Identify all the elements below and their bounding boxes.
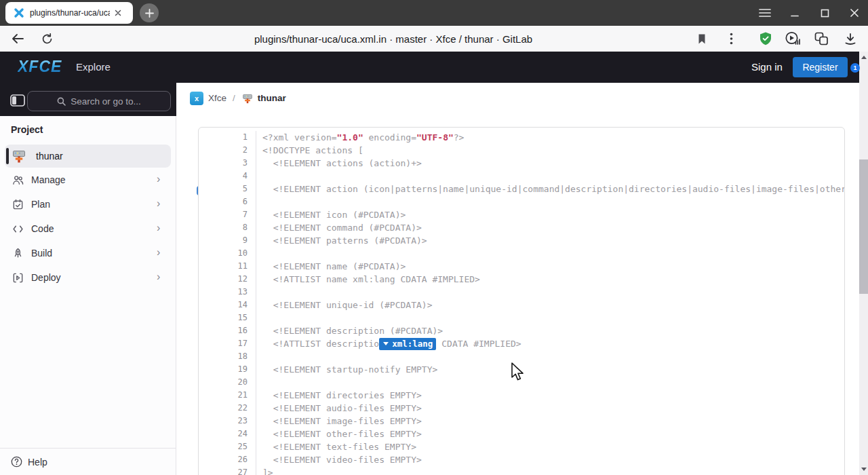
code-text: <!ATTLIST name xml:lang CDATA #IMPLIED> <box>256 273 844 286</box>
bookmark-icon[interactable] <box>696 26 708 52</box>
sign-in-link[interactable]: Sign in <box>751 61 783 73</box>
page-scrollbar[interactable] <box>859 52 868 475</box>
line-number[interactable]: 20 <box>199 376 256 389</box>
close-icon[interactable] <box>848 6 861 20</box>
code-line: 11 <!ELEMENT name (#PCDATA)> <box>199 260 844 273</box>
browser-tab[interactable]: plugins/thunar-uca/uca <box>5 2 133 24</box>
code-line: 5 <!ELEMENT action (icon|patterns|name|u… <box>199 183 844 195</box>
sidebar-item-code[interactable]: Code› <box>0 216 176 241</box>
main-content: x Xfce / thunar </> ⤓ — 1<?xml version="… <box>176 83 859 475</box>
reload-icon[interactable] <box>39 26 55 52</box>
sidebar-item-label: Plan <box>31 199 50 210</box>
line-number[interactable]: 23 <box>199 415 256 428</box>
xfce-group-avatar[interactable]: x <box>190 92 203 105</box>
code-line: 2<!DOCTYPE actions [ <box>199 144 844 157</box>
sidebar-item-label: Build <box>31 248 52 259</box>
code-line: 18 <box>199 350 844 363</box>
xfce-logo[interactable]: XFCE <box>18 58 62 76</box>
code-line: 17 <!ATTLIST descriptioxml:lang CDATA #I… <box>199 337 844 350</box>
xfce-favicon-icon <box>14 7 24 18</box>
back-icon[interactable] <box>9 26 26 52</box>
register-button[interactable]: Register <box>793 57 848 77</box>
line-number[interactable]: 22 <box>199 402 256 415</box>
line-number[interactable]: 14 <box>199 299 256 311</box>
tab-groups-icon[interactable] <box>813 26 829 52</box>
scroll-down-icon[interactable] <box>861 468 867 471</box>
media-play-icon[interactable] <box>784 26 802 52</box>
line-number[interactable]: 4 <box>199 170 256 183</box>
line-number[interactable]: 2 <box>199 144 256 157</box>
sidebar-item-deploy[interactable]: Deploy› <box>0 265 176 290</box>
shield-check-icon[interactable] <box>757 26 774 52</box>
code-line: 15 <box>199 311 844 324</box>
breadcrumb: x Xfce / thunar <box>176 83 859 109</box>
sidebar-item-thunar[interactable]: thunar <box>5 145 171 168</box>
explore-link[interactable]: Explore <box>76 61 111 73</box>
code-text: <!ELEMENT startup-notify EMPTY> <box>256 363 844 376</box>
sidebar-item-manage[interactable]: Manage› <box>0 168 176 192</box>
line-number[interactable]: 27 <box>199 466 256 475</box>
code-text: <!ELEMENT image-files EMPTY> <box>256 415 844 428</box>
code-text <box>256 195 844 208</box>
line-number[interactable]: 24 <box>199 428 256 440</box>
page-title: plugins/thunar-uca/uca.xml.in · master ·… <box>197 26 590 52</box>
deploy-icon <box>12 272 24 284</box>
sidebar-item-build[interactable]: Build› <box>0 241 176 265</box>
new-tab-button[interactable] <box>140 3 159 22</box>
kebab-menu-icon[interactable] <box>726 26 736 52</box>
line-number[interactable]: 17 <box>199 337 256 350</box>
breadcrumb-project-link[interactable]: thunar <box>258 93 286 103</box>
plus-icon <box>145 9 154 18</box>
line-number[interactable]: 12 <box>199 273 256 286</box>
xml-lang-overlay-chip[interactable]: xml:lang <box>379 338 436 350</box>
line-number[interactable]: 13 <box>199 286 256 299</box>
line-number[interactable]: 6 <box>199 195 256 208</box>
line-number[interactable]: 18 <box>199 350 256 363</box>
code-line: 6 <box>199 195 844 208</box>
code-line: 27]> <box>199 466 844 475</box>
breadcrumb-group-link[interactable]: Xfce <box>208 93 226 103</box>
minimize-icon[interactable] <box>788 6 802 20</box>
download-icon[interactable] <box>843 26 858 52</box>
line-number[interactable]: 26 <box>199 453 256 466</box>
line-number[interactable]: 16 <box>199 324 256 337</box>
breadcrumb-separator: / <box>233 93 235 103</box>
code-line: 21 <!ELEMENT directories EMPTY> <box>199 389 844 402</box>
line-number[interactable]: 11 <box>199 260 256 273</box>
sidebar-toggle-icon[interactable] <box>10 94 25 107</box>
code-text: <!ELEMENT command (#PCDATA)> <box>256 221 844 234</box>
sidebar-item-help[interactable]: Help <box>0 448 176 475</box>
line-number[interactable]: 15 <box>199 311 256 324</box>
search-input[interactable]: Search or go to... <box>27 91 171 111</box>
scroll-up-icon[interactable] <box>861 56 867 59</box>
line-number[interactable]: 7 <box>199 208 256 221</box>
line-number[interactable]: 25 <box>199 440 256 453</box>
code-line: 12 <!ATTLIST name xml:lang CDATA #IMPLIE… <box>199 273 844 286</box>
maximize-icon[interactable] <box>818 6 831 20</box>
line-number[interactable]: 5 <box>199 183 256 195</box>
tab-close-icon[interactable] <box>113 7 123 18</box>
mouse-cursor <box>511 362 528 383</box>
code-text: <!ELEMENT directories EMPTY> <box>256 389 844 402</box>
menu-icon[interactable] <box>758 6 772 20</box>
scrollbar-thumb[interactable] <box>859 159 868 294</box>
rocket-icon <box>12 248 24 259</box>
file-content: 1<?xml version="1.0" encoding="UTF-8"?>2… <box>198 127 845 475</box>
line-number[interactable]: 10 <box>199 247 256 260</box>
code-line: 4 <box>199 170 844 183</box>
window-controls <box>758 0 861 26</box>
line-number[interactable]: 9 <box>199 234 256 247</box>
calendar-icon <box>12 199 24 210</box>
line-number[interactable]: 19 <box>199 363 256 376</box>
code-text: <!ELEMENT actions (action)+> <box>256 157 844 170</box>
code-line: 7 <!ELEMENT icon (#PCDATA)> <box>199 208 844 221</box>
browser-toolbar: gitlab.xfce.org plugins/thunar-uca/uca.x… <box>0 26 868 52</box>
code-text: <!ELEMENT patterns (#PCDATA)> <box>256 234 844 247</box>
line-number[interactable]: 1 <box>199 131 256 144</box>
sidebar-item-plan[interactable]: Plan› <box>0 192 176 216</box>
line-number[interactable]: 21 <box>199 389 256 402</box>
users-icon <box>12 174 24 186</box>
line-number[interactable]: 8 <box>199 221 256 234</box>
help-label: Help <box>28 457 47 468</box>
line-number[interactable]: 3 <box>199 157 256 170</box>
